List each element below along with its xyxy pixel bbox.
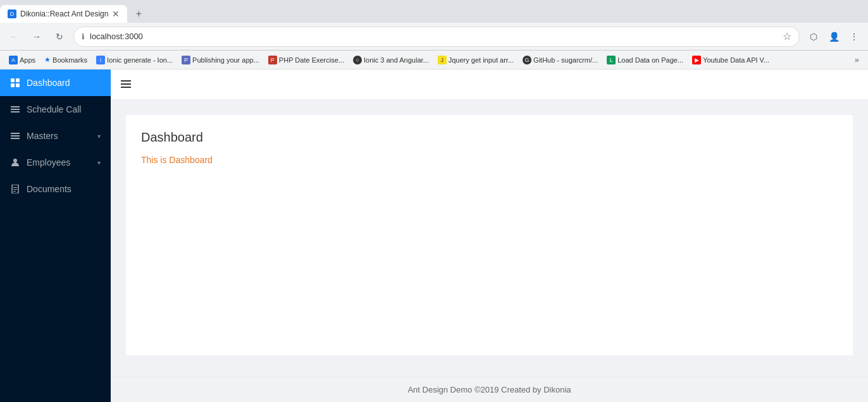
ionic3-favicon: ○ [353, 56, 362, 64]
bookmarks-bar: A Apps ★ Bookmarks i Ionic generate - Io… [0, 51, 868, 70]
svg-rect-14 [13, 191, 16, 192]
bookmark-publishing[interactable]: P Publishing your app... [178, 54, 263, 66]
bookmark-apps[interactable]: A Apps [5, 54, 39, 66]
bookmark-ionic3[interactable]: ○ Ionic 3 and Angular... [349, 54, 433, 66]
content-card: Dashboard This is Dashboard [126, 115, 853, 355]
masters-arrow-icon: ▾ [97, 133, 101, 140]
svg-rect-16 [121, 83, 131, 85]
ionic-favicon: i [96, 56, 105, 64]
sidebar-item-documents[interactable]: Documents [0, 176, 111, 202]
sidebar-item-schedule-call[interactable]: Schedule Call [0, 96, 111, 123]
back-button[interactable]: ← [5, 28, 23, 46]
bookmarks-more-button[interactable]: » [851, 54, 863, 66]
bookmark-publishing-label: Publishing your app... [192, 56, 259, 64]
schedule-call-icon [10, 104, 20, 114]
sidebar-item-employees[interactable]: Employees ▾ [0, 149, 111, 176]
employees-arrow-icon: ▾ [97, 159, 101, 166]
masters-icon [10, 131, 20, 141]
publishing-favicon: P [182, 56, 190, 64]
new-tab-button[interactable]: + [130, 5, 147, 23]
svg-rect-2 [11, 83, 15, 87]
svg-rect-12 [13, 187, 17, 188]
toolbar-actions: ⬡ 👤 ⋮ [805, 28, 863, 46]
sidebar-item-dashboard[interactable]: Dashboard [0, 70, 111, 96]
content-footer: Ant Design Demo ©2019 Created by Dikonia [111, 377, 868, 402]
content-header [111, 70, 868, 100]
bookmark-jquery[interactable]: J Jquery get input arr... [434, 54, 518, 66]
bookmark-ionic3-label: Ionic 3 and Angular... [364, 56, 429, 64]
profile-button[interactable]: 👤 [825, 28, 843, 46]
bookmark-jquery-label: Jquery get input arr... [449, 56, 514, 64]
svg-rect-5 [11, 109, 20, 110]
svg-rect-4 [11, 106, 20, 107]
svg-point-10 [13, 159, 17, 162]
bookmark-bookmarks-label: Bookmarks [53, 56, 87, 64]
apps-favicon: A [9, 56, 18, 64]
employees-icon [10, 157, 20, 168]
tab-favicon: D [8, 9, 16, 18]
svg-rect-0 [11, 78, 15, 82]
content-body: Dashboard This is Dashboard [111, 100, 868, 377]
address-text: localhost:3000 [90, 32, 778, 41]
browser-chrome: D Dikonia::React Ant Design ✕ + ← → ↻ ℹ … [0, 0, 868, 402]
employees-label: Employees [27, 157, 91, 168]
svg-rect-9 [11, 138, 20, 139]
bookmark-loaddata[interactable]: L Load Data on Page... [603, 54, 687, 66]
bookmark-php-label: PHP Date Exercise... [279, 56, 344, 64]
schedule-call-label: Schedule Call [27, 104, 101, 114]
bookmark-apps-label: Apps [20, 56, 35, 64]
svg-rect-13 [13, 189, 17, 190]
more-button[interactable]: ⋮ [845, 28, 863, 46]
reload-button[interactable]: ↻ [51, 28, 68, 46]
bookmark-ionic-label: Ionic generate - Ion... [107, 56, 173, 64]
app-container: Dashboard Schedule Call [0, 70, 868, 402]
sidebar: Dashboard Schedule Call [0, 70, 111, 402]
bookmark-loaddata-label: Load Data on Page... [617, 56, 683, 64]
svg-rect-1 [16, 78, 20, 82]
tab-bar: D Dikonia::React Ant Design ✕ + [0, 0, 868, 23]
tab-close-button[interactable]: ✕ [112, 9, 120, 19]
bookmark-ionic[interactable]: i Ionic generate - Ion... [92, 54, 177, 66]
page-title: Dashboard [141, 130, 838, 145]
bookmark-youtube-label: Youtube Data API V... [703, 56, 769, 64]
svg-rect-8 [11, 135, 20, 137]
tab-title: Dikonia::React Ant Design [20, 9, 108, 18]
bookmark-youtube[interactable]: ▶ Youtube Data API V... [688, 54, 773, 66]
page-body: This is Dashboard [141, 155, 838, 165]
svg-rect-15 [121, 80, 131, 82]
svg-rect-7 [11, 133, 20, 134]
documents-icon [10, 184, 20, 194]
address-bar[interactable]: ℹ localhost:3000 ☆ [73, 27, 800, 47]
dashboard-label: Dashboard [27, 78, 101, 88]
menu-toggle-button[interactable] [121, 79, 131, 90]
github-favicon: G [523, 56, 531, 64]
forward-button[interactable]: → [28, 28, 46, 46]
bookmark-bookmarks[interactable]: ★ Bookmarks [40, 54, 91, 65]
star-icon: ★ [44, 56, 51, 64]
svg-rect-6 [11, 111, 20, 113]
bookmark-github[interactable]: G GitHub - sugarcrm/... [519, 54, 602, 66]
lock-icon: ℹ [82, 32, 85, 41]
svg-rect-17 [121, 87, 131, 88]
php-favicon: P [268, 56, 277, 64]
dashboard-icon [10, 78, 20, 88]
active-tab[interactable]: D Dikonia::React Ant Design ✕ [0, 5, 127, 23]
jquery-favicon: J [438, 56, 447, 64]
footer-text: Ant Design Demo ©2019 Created by Dikonia [407, 385, 571, 394]
bookmark-star-icon[interactable]: ☆ [783, 30, 791, 42]
browser-toolbar: ← → ↻ ℹ localhost:3000 ☆ ⬡ 👤 ⋮ [0, 23, 868, 51]
svg-rect-3 [16, 83, 20, 87]
loaddata-favicon: L [607, 56, 616, 64]
sidebar-item-masters[interactable]: Masters ▾ [0, 123, 111, 149]
bookmark-github-label: GitHub - sugarcrm/... [533, 56, 598, 64]
main-content: Dashboard This is Dashboard Ant Design D… [111, 70, 868, 402]
youtube-favicon: ▶ [692, 56, 701, 64]
masters-label: Masters [27, 131, 91, 141]
documents-label: Documents [27, 184, 101, 194]
bookmark-php[interactable]: P PHP Date Exercise... [264, 54, 348, 66]
extensions-button[interactable]: ⬡ [805, 28, 822, 46]
